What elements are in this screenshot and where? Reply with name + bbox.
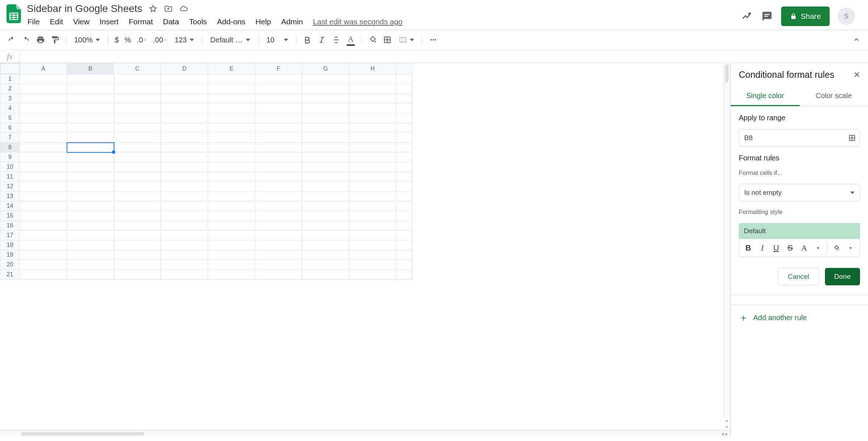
cell[interactable] — [20, 192, 67, 201]
cell[interactable] — [161, 192, 208, 201]
condition-select[interactable]: Is not empty — [739, 184, 860, 201]
cell[interactable] — [208, 123, 255, 133]
cell[interactable] — [349, 201, 396, 211]
style-underline-icon[interactable]: U — [771, 242, 781, 254]
cell[interactable] — [208, 182, 255, 192]
column-header[interactable]: F — [255, 63, 302, 74]
cell[interactable] — [20, 133, 67, 143]
cell[interactable] — [302, 201, 349, 211]
cell[interactable] — [302, 221, 349, 231]
cell[interactable] — [396, 260, 412, 270]
cell[interactable] — [302, 211, 349, 221]
cell[interactable] — [208, 113, 255, 123]
cell[interactable] — [67, 231, 114, 240]
cell[interactable] — [114, 74, 161, 84]
row-header[interactable]: 6 — [0, 123, 20, 133]
cell[interactable] — [396, 182, 412, 192]
cell[interactable] — [255, 260, 302, 270]
cell[interactable] — [349, 94, 396, 104]
zoom-select[interactable]: 100% — [71, 33, 104, 46]
row-header[interactable]: 19 — [0, 250, 20, 260]
cell[interactable] — [67, 221, 114, 231]
cell[interactable] — [20, 172, 67, 182]
cell[interactable] — [255, 162, 302, 172]
cell[interactable] — [396, 133, 412, 143]
cell[interactable] — [67, 74, 114, 84]
fill-color-icon[interactable] — [366, 33, 379, 46]
cell[interactable] — [349, 152, 396, 162]
vertical-scrollbar[interactable] — [724, 63, 730, 417]
cell[interactable] — [396, 113, 412, 123]
cell[interactable] — [20, 84, 67, 94]
collapse-toolbar-icon[interactable] — [850, 33, 863, 46]
cell[interactable] — [114, 260, 161, 270]
cell[interactable] — [161, 182, 208, 192]
font-size-select[interactable]: 10 — [263, 33, 292, 46]
cell[interactable] — [67, 172, 114, 182]
redo-icon[interactable] — [20, 33, 33, 46]
cell[interactable] — [20, 211, 67, 221]
bold-icon[interactable] — [301, 33, 314, 46]
cell[interactable] — [161, 143, 208, 152]
cell[interactable] — [114, 211, 161, 221]
cell[interactable] — [349, 221, 396, 231]
cell[interactable] — [208, 94, 255, 104]
cell[interactable] — [349, 270, 396, 280]
cell[interactable] — [208, 221, 255, 231]
cell[interactable] — [349, 113, 396, 123]
cell[interactable] — [255, 143, 302, 152]
cell[interactable] — [255, 104, 302, 113]
cell[interactable] — [114, 192, 161, 201]
menu-tools[interactable]: Tools — [189, 17, 207, 26]
cell[interactable] — [302, 104, 349, 113]
italic-icon[interactable] — [315, 33, 328, 46]
add-rule-button[interactable]: ＋ Add another rule — [731, 304, 868, 331]
cell[interactable] — [255, 270, 302, 280]
row-header[interactable]: 20 — [0, 260, 20, 270]
cell[interactable] — [161, 221, 208, 231]
cell[interactable] — [161, 270, 208, 280]
move-icon[interactable] — [164, 4, 173, 13]
cell[interactable] — [114, 162, 161, 172]
paint-format-icon[interactable] — [49, 33, 62, 46]
horizontal-scrollbar[interactable]: ◂▸ — [0, 430, 730, 437]
formula-input[interactable] — [20, 50, 868, 63]
cell[interactable] — [161, 104, 208, 113]
cell[interactable] — [396, 74, 412, 84]
row-header[interactable]: 16 — [0, 221, 20, 231]
share-button[interactable]: Share — [781, 7, 830, 26]
row-header[interactable]: 4 — [0, 104, 20, 113]
scroll-left-icon[interactable]: ◂ — [721, 431, 724, 437]
menu-format[interactable]: Format — [129, 17, 153, 26]
cell[interactable] — [396, 104, 412, 113]
cell[interactable] — [208, 250, 255, 260]
cell[interactable] — [67, 133, 114, 143]
cell[interactable] — [161, 172, 208, 182]
row-header[interactable]: 12 — [0, 182, 20, 192]
row-header[interactable]: 9 — [0, 152, 20, 162]
comments-icon[interactable] — [761, 10, 773, 22]
cell[interactable] — [114, 172, 161, 182]
cell[interactable] — [255, 113, 302, 123]
cell[interactable] — [255, 133, 302, 143]
cell[interactable] — [114, 113, 161, 123]
cell[interactable] — [114, 143, 161, 152]
cell[interactable] — [396, 201, 412, 211]
cell[interactable] — [302, 113, 349, 123]
cell[interactable] — [302, 152, 349, 162]
cell[interactable] — [396, 221, 412, 231]
cell[interactable] — [396, 270, 412, 280]
row-header[interactable]: 13 — [0, 192, 20, 201]
style-strike-icon[interactable]: S — [785, 242, 795, 254]
cell[interactable] — [161, 260, 208, 270]
cell[interactable] — [396, 162, 412, 172]
cell[interactable] — [67, 94, 114, 104]
borders-icon[interactable] — [381, 33, 394, 46]
cell[interactable] — [255, 152, 302, 162]
cell[interactable] — [67, 113, 114, 123]
fx-icon[interactable]: fx — [0, 52, 20, 61]
cell[interactable] — [67, 192, 114, 201]
caret-down-icon[interactable]: ▾ — [846, 242, 856, 254]
account-avatar[interactable]: S — [838, 8, 855, 25]
cell[interactable] — [161, 113, 208, 123]
